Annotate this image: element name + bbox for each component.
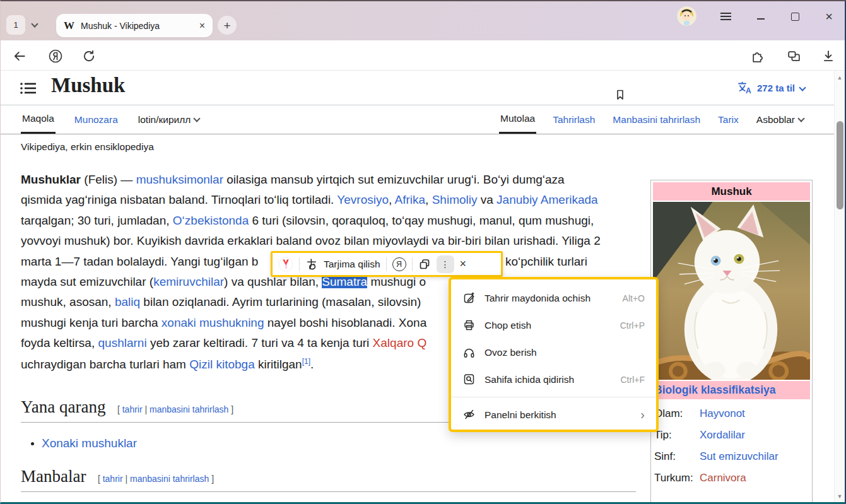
divider: [299, 257, 300, 271]
svg-text:A: A: [746, 86, 751, 95]
menu-item-label: Panelni berkitish: [485, 409, 556, 421]
tab-counter[interactable]: 1: [6, 15, 25, 35]
text: .: [310, 358, 314, 371]
taxon-link[interactable]: Carnivora: [700, 472, 746, 484]
bookmark-icon[interactable]: [614, 88, 626, 101]
menu-divider: [451, 397, 656, 397]
chevron-down-icon: [194, 115, 201, 122]
reload-button[interactable]: [81, 48, 97, 64]
tab-close-icon[interactable]: ×: [199, 21, 205, 31]
tab-groups-icon: [787, 49, 801, 64]
wiki-tab-lotin-кирилл[interactable]: lotin/кирилл: [137, 105, 201, 134]
back-arrow-icon: [13, 49, 26, 63]
menu-item-ovoz-berish[interactable]: Ovoz berish: [451, 339, 656, 366]
language-selector[interactable]: A 272 ta til: [737, 81, 805, 95]
red-link[interactable]: Xalqaro Q: [373, 336, 427, 349]
translate-icon: A: [737, 81, 752, 95]
edit-source-link[interactable]: manbasini tahrirlash: [150, 404, 228, 414]
new-tab-button[interactable]: +: [218, 16, 237, 35]
wiki-link[interactable]: Yevrosiyo: [337, 193, 389, 206]
bracket: ]: [228, 404, 233, 414]
selection-more-menu: Tahrir maydonida ochishAlt+OChop etishCt…: [449, 277, 659, 432]
section-title: Yana qarang: [21, 397, 105, 416]
wiki-link[interactable]: Oʻzbekistonda: [173, 214, 249, 227]
taxon-link[interactable]: Xordalilar: [700, 429, 745, 442]
reference-link[interactable]: [1]: [302, 357, 310, 366]
wiki-link[interactable]: kemiruvchilar: [153, 275, 224, 288]
wiki-link[interactable]: qushlarni: [98, 336, 147, 349]
taxon-link[interactable]: Sut emizuvchilar: [700, 450, 778, 463]
scrollbar-thumb[interactable]: [837, 121, 843, 209]
yandex-logo-icon[interactable]: [278, 257, 293, 272]
menu-shortcut: Ctrl+P: [620, 320, 645, 331]
wiki-link[interactable]: Qizil kitobga: [189, 358, 255, 371]
edit-link[interactable]: tahrir: [103, 474, 123, 484]
edit-link[interactable]: tahrir: [122, 404, 143, 414]
back-button[interactable]: [11, 48, 28, 64]
close-toolbar-button[interactable]: ×: [460, 257, 467, 271]
menu-item-tahrir-maydonida-ochish[interactable]: Tahrir maydonida ochishAlt+O: [451, 284, 656, 312]
text: yovvoyi mushuk) bor. Kuyikish davrida er…: [21, 234, 601, 247]
wiki-tab-munozara[interactable]: Munozara: [73, 105, 119, 134]
wiki-tabs-right: MutolaaTahrirlashManbasini tahrirlashTar…: [499, 105, 805, 134]
menu-item-chop-etish[interactable]: Chop etishCtrl+P: [451, 312, 656, 339]
toc-button[interactable]: [20, 81, 37, 98]
edit-source-link[interactable]: manbasini tahrirlash: [130, 474, 209, 484]
classification-row: Olam:Hayvonot: [653, 403, 810, 425]
downloads-button[interactable]: [820, 48, 837, 64]
profile-avatar[interactable]: [677, 6, 696, 26]
article-line: Mushuklar (Felis) — mushuksimonlar oilas…: [21, 173, 636, 193]
wiki-tabs-left: MaqolaMunozaralotin/кирилл: [21, 105, 201, 134]
maximize-icon: [791, 13, 799, 21]
browser-toolbar: uz.wikipedia.org Mushuk - Vikipediya Soʻ…: [1, 40, 845, 71]
wiki-link[interactable]: Afrika: [395, 193, 426, 206]
rank-label: Tip:: [654, 429, 700, 442]
minimize-button[interactable]: [753, 10, 769, 23]
maximize-button[interactable]: [787, 10, 803, 23]
wiki-header: Mushuk A 272 ta til: [1, 71, 834, 105]
classification-row: Tip:Xordalilar: [653, 425, 810, 446]
scroll-down-arrow[interactable]: ▼: [835, 493, 845, 500]
scroll-up-arrow[interactable]: ▲: [835, 74, 845, 81]
wiki-tab-tarix[interactable]: Tarix: [717, 105, 740, 134]
taxon-link[interactable]: Hayvonot: [700, 407, 745, 420]
menu-item-panelni-berkitish[interactable]: Panelni berkitish›: [451, 401, 656, 428]
yandex-home-button[interactable]: [47, 48, 64, 64]
menu-item-sahifa-ichida-qidirish[interactable]: Sahifa ichida qidirishCtrl+F: [451, 366, 656, 393]
tab-list-chevron-icon[interactable]: [31, 20, 38, 27]
edit-links: [ tahrir | manbasini tahrirlash ]: [117, 404, 233, 414]
wiki-link[interactable]: Janubiy Amerikada: [496, 193, 598, 206]
wiki-tab-mutolaa[interactable]: Mutolaa: [499, 105, 536, 134]
text: koʻpchilik turlari: [505, 255, 587, 269]
wiki-tab-asboblar[interactable]: Asboblar: [755, 105, 805, 134]
wiki-tab-tahrirlash[interactable]: Tahrirlash: [551, 105, 596, 134]
hiragana-a-icon: [305, 258, 318, 271]
wiki-link[interactable]: mushuksimonlar: [136, 173, 223, 186]
article-line: qismida yagʻriniga nisbatan baland. Tirn…: [21, 193, 636, 213]
tab-groups-button[interactable]: [785, 48, 802, 64]
rank-label: Turkum:: [654, 472, 700, 484]
yandex-search-button[interactable]: Я: [392, 257, 406, 271]
browser-menu-button[interactable]: [717, 10, 734, 23]
wiki-link[interactable]: xonaki mushukning: [162, 316, 264, 329]
wikipedia-page: Mushuk A 272 ta til MaqolaMunozaralotin/…: [1, 71, 834, 504]
text: marta 1—7 tadan bolalaydi. Yangi tugʻilg…: [21, 255, 258, 268]
text: kiritilgan: [255, 358, 302, 371]
wiki-link[interactable]: Shimoliy: [432, 193, 478, 206]
wiki-tab-manbasini-tahrirlash[interactable]: Manbasini tahrirlash: [611, 105, 702, 134]
browser-tab[interactable]: W Mushuk - Vikipediya ×: [56, 14, 213, 37]
text: nayel boshi hisoblanadi. Xona: [264, 316, 427, 329]
xonaki-mushuklar-link[interactable]: Xonaki mushuklar: [42, 437, 137, 450]
translate-button[interactable]: Tarjima qilish: [324, 259, 380, 270]
more-options-button[interactable]: ⋮: [437, 255, 454, 273]
text: ,: [425, 193, 432, 206]
page-scrollbar[interactable]: ▲ ▼: [834, 71, 845, 503]
wiki-link[interactable]: baliq: [115, 295, 140, 308]
menu-item-label: Chop etish: [485, 320, 531, 331]
copy-icon[interactable]: [418, 258, 431, 271]
close-window-button[interactable]: ×: [821, 10, 837, 23]
extensions-button[interactable]: [749, 48, 766, 64]
separator: |: [123, 474, 130, 484]
download-icon: [821, 49, 835, 63]
wiki-tab-maqola[interactable]: Maqola: [21, 105, 56, 134]
